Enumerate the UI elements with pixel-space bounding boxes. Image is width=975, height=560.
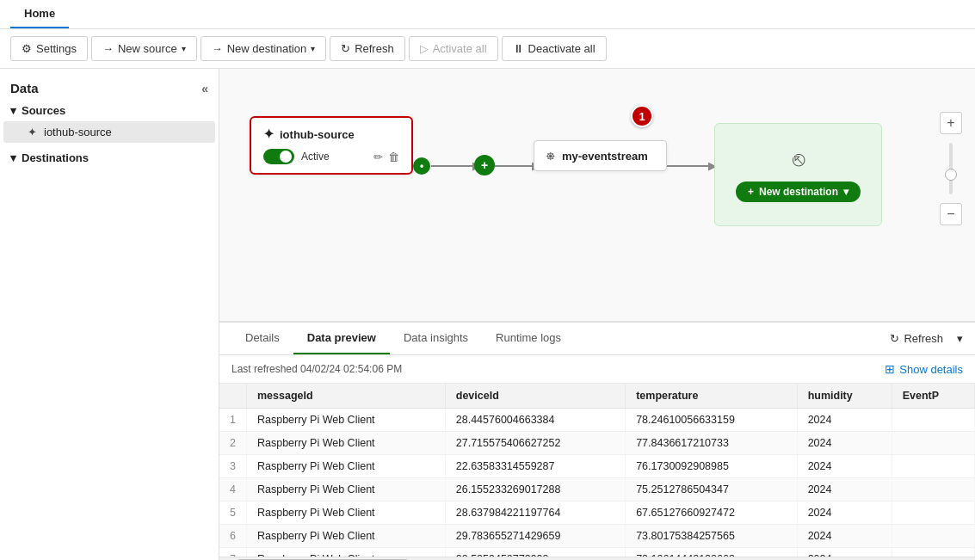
cell-row-num: 6 — [219, 525, 246, 548]
table-cell: 28.637984221197764 — [445, 502, 625, 525]
col-header-temperature: temperature — [626, 384, 798, 409]
new-destination-button[interactable]: → New destination ▾ — [201, 36, 327, 61]
sources-chevron-icon: ▾ — [10, 104, 16, 117]
iothub-source-icon: ✦ — [28, 126, 37, 138]
cell-row-num: 3 — [219, 455, 246, 478]
table-cell: Raspberry Pi Web Client — [246, 478, 445, 502]
table-row: 4Raspberry Pi Web Client26.1552332690172… — [219, 478, 975, 502]
new-destination-canvas-button[interactable]: + New destination ▾ — [736, 182, 861, 202]
table-cell: 2024 — [797, 548, 892, 557]
arrow-line-2 — [495, 165, 534, 167]
sidebar-sources-section[interactable]: ▾ Sources — [0, 101, 219, 120]
tab-data-insights[interactable]: Data insights — [390, 323, 482, 354]
tab-data-preview[interactable]: Data preview — [293, 323, 390, 354]
zoom-out-button[interactable]: − — [940, 203, 962, 225]
zoom-slider-track — [949, 143, 953, 194]
table-cell: 2024 — [797, 432, 892, 455]
table-row: 7Raspberry Pi Web Client28.5259450773908… — [219, 548, 975, 557]
bottom-scrollbar[interactable] — [219, 557, 975, 560]
table-cell: 26.155233269017288 — [445, 478, 625, 502]
table-cell: Raspberry Pi Web Client — [246, 525, 445, 548]
tab-bar: Home — [0, 0, 975, 29]
sidebar-source-name: iothub-source — [44, 126, 112, 138]
table-row: 3Raspberry Pi Web Client22.6358331455928… — [219, 455, 975, 478]
refresh-button[interactable]: ↻ Refresh — [330, 36, 405, 61]
settings-button[interactable]: ⚙ Settings — [10, 36, 88, 61]
data-preview-header: Last refreshed 04/02/24 02:54:06 PM ⊞ Sh… — [219, 355, 975, 384]
deactivate-all-button[interactable]: ⏸ Deactivate all — [502, 36, 607, 61]
table-cell: 77.8436617210733 — [626, 432, 798, 455]
plus-connector[interactable]: + — [474, 155, 495, 175]
source-node-title: ✦ iothub-source — [263, 126, 399, 142]
panel-tab-actions: ↻ Refresh ▾ — [883, 329, 963, 348]
table-row: 5Raspberry Pi Web Client28.6379842211977… — [219, 502, 975, 525]
panel-refresh-icon: ↻ — [890, 332, 899, 345]
show-details-button[interactable]: ⊞ Show details — [885, 362, 963, 376]
table-cell: 75.2512786504347 — [626, 478, 798, 502]
sidebar-destinations-label: Destinations — [22, 151, 89, 164]
tab-home[interactable]: Home — [10, 0, 69, 28]
table-row: 2Raspberry Pi Web Client27.7155754066272… — [219, 432, 975, 455]
source-node-icon: ✦ — [263, 126, 275, 142]
connector-dot: • — [413, 157, 430, 175]
new-source-button[interactable]: → New source ▾ — [91, 36, 197, 61]
zoom-slider-thumb[interactable] — [945, 169, 957, 181]
table-cell: 2024 — [797, 455, 892, 478]
tab-details[interactable]: Details — [231, 323, 293, 354]
source-node[interactable]: ✦ iothub-source Active ✏ 🗑 — [250, 116, 413, 175]
last-refreshed-text: Last refreshed 04/02/24 02:54:06 PM — [231, 363, 402, 375]
source-edit-button[interactable]: ✏ — [373, 151, 383, 163]
deactivate-all-icon: ⏸ — [513, 42, 524, 55]
source-node-status: Active ✏ 🗑 — [263, 149, 399, 164]
table-cell: 28.44576004663384 — [445, 409, 625, 432]
content-right: ✦ iothub-source Active ✏ 🗑 1 • — [219, 69, 975, 560]
cell-row-num: 2 — [219, 432, 246, 455]
arrow-line-1 — [431, 165, 474, 167]
flow-canvas: ✦ iothub-source Active ✏ 🗑 1 • — [219, 69, 975, 323]
table-cell: 76.1730092908985 — [626, 455, 798, 478]
table-cell — [892, 525, 974, 548]
activate-all-button[interactable]: ▷ Activate all — [409, 36, 498, 61]
table-header-row: messageId deviceId temperature humidity … — [219, 384, 975, 409]
table-cell — [892, 432, 974, 455]
destination-placeholder-icon: ⎋ — [793, 147, 805, 171]
table-cell: Raspberry Pi Web Client — [246, 409, 445, 432]
cell-row-num: 7 — [219, 548, 246, 557]
sidebar: Data « ▾ Sources ✦ iothub-source ▾ Desti… — [0, 69, 219, 560]
table-cell: Raspberry Pi Web Client — [246, 548, 445, 557]
cell-row-num: 5 — [219, 502, 246, 525]
table-cell: Raspberry Pi Web Client — [246, 432, 445, 455]
sidebar-collapse-button[interactable]: « — [201, 82, 208, 95]
table-cell: 67.65127660927472 — [626, 502, 798, 525]
zoom-in-button[interactable]: + — [940, 112, 962, 134]
table-cell: Raspberry Pi Web Client — [246, 502, 445, 525]
eventstream-name: my-eventstream — [562, 150, 648, 163]
main-layout: Data « ▾ Sources ✦ iothub-source ▾ Desti… — [0, 69, 975, 560]
tab-runtime-logs[interactable]: Runtime logs — [482, 323, 575, 354]
table-cell: 22.63583314559287 — [445, 455, 625, 478]
eventstream-node[interactable]: ⎈ my-eventstream — [534, 140, 667, 171]
source-toggle[interactable] — [263, 149, 294, 164]
sidebar-destinations-section[interactable]: ▾ Destinations — [0, 148, 219, 168]
col-header-row-num — [219, 384, 246, 409]
panel-chevron-down-icon[interactable]: ▾ — [957, 332, 963, 345]
table-scroll-area[interactable]: messageId deviceId temperature humidity … — [219, 384, 975, 557]
new-source-icon: → — [102, 42, 114, 55]
zoom-controls: + − — [940, 112, 962, 225]
table-cell — [892, 548, 974, 557]
panel-refresh-button[interactable]: ↻ Refresh — [883, 329, 950, 348]
arrow-line-3 — [667, 165, 710, 167]
table-cell: 2024 — [797, 409, 892, 432]
source-delete-button[interactable]: 🗑 — [388, 151, 399, 163]
col-header-humidity: humidity — [797, 384, 892, 409]
settings-icon: ⚙ — [22, 42, 32, 55]
table-cell: Raspberry Pi Web Client — [246, 455, 445, 478]
col-header-messageid: messageId — [246, 384, 445, 409]
table-cell: 2024 — [797, 502, 892, 525]
col-header-deviceid: deviceId — [445, 384, 625, 409]
table-cell: 28.5259450773908 — [445, 548, 625, 557]
table-cell: 29.783655271429659 — [445, 525, 625, 548]
source-status-label: Active — [301, 151, 330, 163]
sidebar-item-iothub-source[interactable]: ✦ iothub-source — [3, 121, 215, 143]
sidebar-header: Data « — [0, 76, 219, 101]
